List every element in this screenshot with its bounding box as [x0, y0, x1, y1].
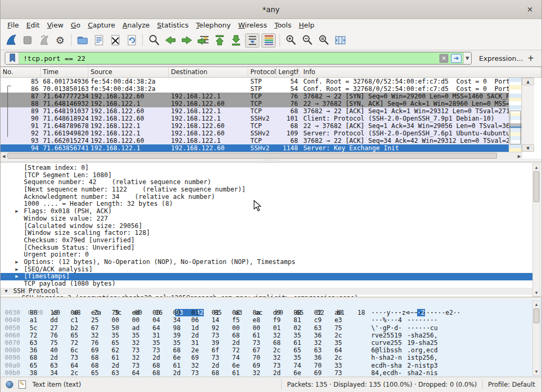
- packet-minimap-scrollbar[interactable]: [509, 78, 521, 152]
- detail-row-timestamps-selected[interactable]: ▶[Timestamps]: [1, 273, 533, 280]
- expression-button[interactable]: Expression…: [479, 54, 523, 62]
- hex-row-0020[interactable]: 0020c0 a8 7a 3c 00 16 93 3285 a3 ac c0 6…: [1, 302, 541, 309]
- detail-row[interactable]: [TCP Segment Len: 1080]: [1, 172, 533, 179]
- packet-hscroll[interactable]: ◀ ▶: [1, 152, 522, 159]
- detail-row-seqack[interactable]: ▶[SEQ/ACK analysis]: [1, 266, 533, 274]
- detail-row[interactable]: [Stream index: 0]: [1, 165, 533, 172]
- hex-row-0040[interactable]: 0040a1 dd c1 25 00 00 04 3406 14 f5 e8 f…: [1, 316, 541, 324]
- hex-vscroll-thumb[interactable]: [534, 308, 539, 323]
- hex-row-0090[interactable]: 009068 2d 73 68 61 32 2d 6e69 73 74 70 3…: [1, 354, 541, 361]
- menu-view[interactable]: View: [43, 20, 67, 30]
- detail-row[interactable]: Window size value: 227: [1, 215, 533, 223]
- details-vscroll-thumb[interactable]: [534, 171, 539, 202]
- column-header-source[interactable]: Source: [88, 67, 169, 77]
- detail-row[interactable]: 1000 .... = Header Length: 32 bytes (8): [1, 200, 533, 208]
- hex-row-0060[interactable]: 006072 76 65 32 35 35 31 392d 73 68 61 3…: [1, 332, 541, 339]
- detail-row[interactable]: [Calculated window size: 29056]: [1, 223, 533, 230]
- column-header-protocol[interactable]: Protocol: [248, 67, 277, 77]
- resize-columns-button[interactable]: [333, 33, 347, 48]
- details-vscroll[interactable]: ▲ ▼: [532, 163, 540, 297]
- hex-vscroll[interactable]: ▲ ▼: [532, 300, 540, 376]
- open-file-button[interactable]: [75, 33, 89, 48]
- packet-row-87[interactable]: 8771.647777234192.168.122.60192.168.122.…: [1, 93, 522, 100]
- hex-row-00a0[interactable]: 00a065 63 64 68 2d 73 68 6132 2d 6e 69 7…: [1, 362, 541, 369]
- hex-row-0070[interactable]: 007063 75 72 76 65 32 35 3531 39 2d 73 6…: [1, 339, 541, 347]
- detail-row[interactable]: [Next sequence number: 1122 (relative se…: [1, 186, 533, 194]
- filter-clear-button[interactable]: ✕: [439, 54, 448, 63]
- filter-apply-button[interactable]: ➜: [451, 54, 462, 63]
- packet-row-92[interactable]: 9271.661949820192.168.122.1192.168.122.6…: [1, 130, 522, 137]
- hex-row-0050[interactable]: 00505c 27 b2 67 50 ad 64 981d 92 00 00 0…: [1, 324, 541, 332]
- detail-row[interactable]: [Window size scaling factor: 128]: [1, 230, 533, 237]
- packet-row-88[interactable]: 8871.648146932192.168.122.1192.168.122.6…: [1, 100, 522, 107]
- detail-row-ssh-protocol[interactable]: ▼SSH Protocol: [1, 288, 533, 295]
- auto-scroll-toggle[interactable]: [245, 33, 259, 48]
- colorize-toggle[interactable]: [261, 33, 276, 48]
- detail-row-options[interactable]: ▶Options: (12 bytes), No-Operation (NOP)…: [1, 259, 533, 266]
- expander-right-icon[interactable]: ▶: [15, 259, 18, 266]
- menu-tools[interactable]: Tools: [270, 20, 295, 30]
- packet-vscroll[interactable]: ▲ ▼: [521, 78, 534, 152]
- capture-comment-icon[interactable]: [19, 380, 26, 389]
- menu-capture[interactable]: Capture: [84, 20, 119, 30]
- expander-right-icon[interactable]: ▶: [15, 273, 18, 280]
- zoom-in-button[interactable]: [284, 33, 298, 48]
- capture-options-button[interactable]: ⚙: [53, 33, 67, 48]
- detail-row[interactable]: Checksum: 0x79ed [unverified]: [1, 237, 533, 244]
- expander-right-icon[interactable]: ▶: [15, 266, 18, 274]
- close-file-button[interactable]: [108, 33, 122, 48]
- display-filter-input[interactable]: [19, 52, 437, 64]
- menu-help[interactable]: Help: [295, 20, 318, 30]
- scroll-down-icon[interactable]: ▼: [533, 289, 540, 296]
- detail-row[interactable]: Acknowledgment number: 34 (relative ack …: [1, 194, 533, 201]
- close-icon[interactable]: ✕: [525, 4, 535, 15]
- detail-row[interactable]: TCP payload (1080 bytes): [1, 280, 533, 288]
- scroll-down-icon[interactable]: ▼: [522, 144, 534, 152]
- packet-row-89[interactable]: 8971.648191037192.168.122.60192.168.122.…: [1, 107, 522, 115]
- go-to-packet-button[interactable]: [196, 33, 210, 48]
- hex-row-0080[interactable]: 008036 40 6c 69 62 73 73 682e 6f 72 67 2…: [1, 347, 541, 354]
- scroll-down-icon[interactable]: ▼: [533, 368, 540, 375]
- scroll-up-icon[interactable]: ▲: [522, 78, 534, 85]
- menu-wireless[interactable]: Wireless: [234, 20, 270, 30]
- scroll-up-icon[interactable]: ▲: [533, 164, 540, 171]
- find-packet-button[interactable]: [147, 33, 161, 48]
- go-forward-button[interactable]: [179, 33, 194, 48]
- go-to-bottom-button[interactable]: [229, 33, 243, 48]
- scroll-up-icon[interactable]: ▲: [533, 301, 540, 308]
- add-filter-button[interactable]: +: [523, 53, 539, 63]
- menu-statistics[interactable]: Statistics: [153, 20, 192, 30]
- restart-capture-button[interactable]: [37, 33, 51, 48]
- detail-row[interactable]: [Checksum Status: Unverified]: [1, 244, 533, 252]
- filter-history-dropdown[interactable]: ▼: [463, 52, 471, 64]
- start-capture-button[interactable]: [4, 33, 18, 48]
- expander-down-icon[interactable]: ▼: [5, 288, 7, 295]
- packet-row-86[interactable]: 8670.013850163fe:54:00:d4:38:2aSTP54Conf…: [1, 85, 522, 93]
- save-file-button[interactable]: [92, 33, 106, 48]
- zoom-100-button[interactable]: [317, 33, 331, 48]
- packet-row-93[interactable]: 9371.662015274192.168.122.60192.168.122.…: [1, 137, 522, 144]
- menu-go[interactable]: Go: [67, 20, 84, 30]
- packet-row-91[interactable]: 9171.648789678192.168.122.1192.168.122.6…: [1, 122, 522, 130]
- go-to-top-button[interactable]: [212, 33, 227, 48]
- menu-edit[interactable]: Edit: [23, 20, 43, 30]
- hscroll-thumb[interactable]: [7, 153, 497, 159]
- column-header-length[interactable]: Length: [277, 67, 299, 77]
- detail-row-flags[interactable]: ▶Flags: 0x018 (PSH, ACK): [1, 208, 533, 215]
- column-header-time[interactable]: Time: [41, 67, 88, 77]
- stop-capture-button[interactable]: [20, 33, 34, 48]
- detail-row[interactable]: Urgent pointer: 0: [1, 251, 533, 259]
- hex-row-00b0[interactable]: 00b038 34 2c 65 63 64 68 2d73 68 61 32 2…: [1, 369, 541, 377]
- reload-file-button[interactable]: [124, 33, 139, 48]
- minimap-thumb[interactable]: [510, 111, 521, 144]
- column-header-destination[interactable]: Destination: [169, 67, 248, 77]
- column-header-no[interactable]: No.: [1, 67, 41, 77]
- detail-row[interactable]: Sequence number: 42 (relative sequence n…: [1, 179, 533, 186]
- column-header-info[interactable]: Info: [299, 67, 541, 77]
- packet-row-94-selected[interactable]: 9471.663856741192.168.122.1192.168.122.6…: [1, 144, 522, 152]
- packet-row-90[interactable]: 9071.648618924192.168.122.60192.168.122.…: [1, 115, 522, 122]
- filter-bookmark-button[interactable]: [5, 52, 19, 64]
- status-profile[interactable]: Profile: Default: [482, 380, 541, 389]
- packet-row-85[interactable]: 8568.001734936fe:54:00:d4:38:2aSTP54Conf…: [1, 78, 522, 85]
- menu-file[interactable]: File: [4, 20, 23, 30]
